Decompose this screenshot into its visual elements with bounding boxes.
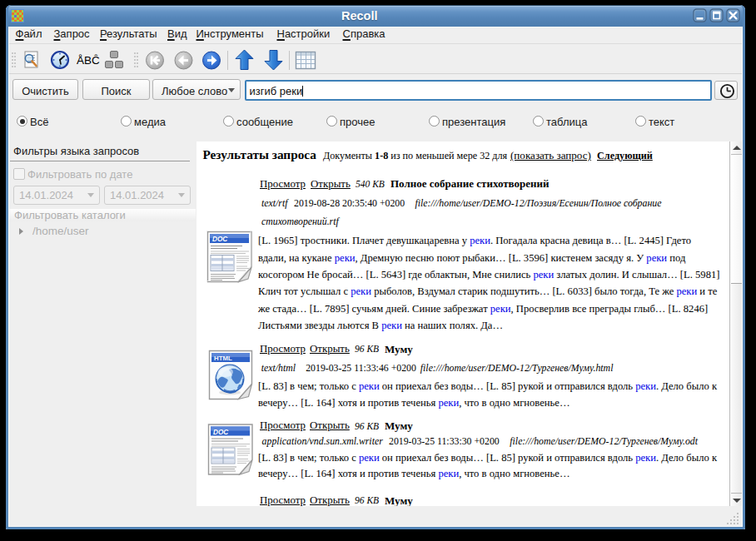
svg-text:HTML: HTML <box>214 355 232 362</box>
svg-text:DOC: DOC <box>212 236 228 243</box>
svg-text:DOC: DOC <box>213 429 229 436</box>
svg-text:ÅBĈ: ÅBĈ <box>77 54 100 67</box>
